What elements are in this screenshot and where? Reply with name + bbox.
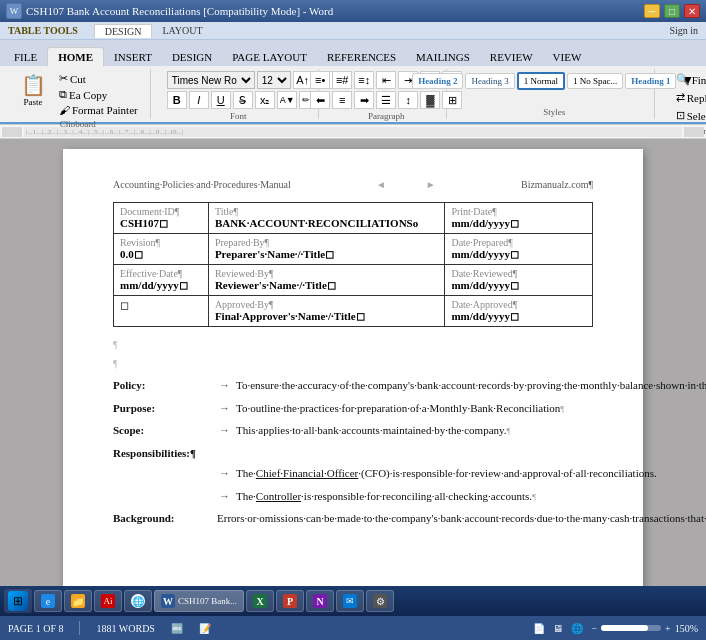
taskbar-chrome[interactable]: 🌐 [124,590,152,612]
cut-icon: ✂ [59,72,68,85]
preparedby-value: Preparer's·Name·/·Title◻ [215,248,439,261]
table-cell-effectivedate[interactable]: Effective·Date¶ mm/dd/yyyy◻ [114,265,209,296]
reviewedby-value: Reviewer's·Name·/·Title◻ [215,279,439,292]
pilcrow-1: ¶ [113,337,593,352]
status-right: 📄 🖥 🌐 − + 150% [533,623,698,634]
paste-button[interactable]: 📋 Paste [14,71,52,109]
zoom-out-button[interactable]: − [591,623,597,634]
ribbon-tabs: FILE HOME INSERT DESIGN PAGE LAYOUT REFE… [0,40,706,66]
close-button[interactable]: ✕ [684,4,700,18]
table-cell-empty[interactable]: ◻ [114,296,209,327]
table-cell-printdate[interactable]: Print·Date¶ mm/dd/yyyy◻ [445,203,593,234]
view-print-icon[interactable]: 📄 [533,623,545,634]
align-center-button[interactable]: ≡ [332,91,352,109]
view-full-icon[interactable]: 🖥 [553,623,563,634]
taskbar-onenote[interactable]: N [306,590,334,612]
line-spacing-button[interactable]: ↕ [398,91,418,109]
copy-button[interactable]: ⧉ Ea Copy [55,87,142,102]
table-cell-approvedby[interactable]: Approved·By¶ Final·Approver's·Name·/·Tit… [208,296,445,327]
tab-home[interactable]: HOME [47,47,104,66]
taskbar-word-label: CSH107 Bank... [178,596,237,606]
zoom-in-button[interactable]: + [665,623,671,634]
preparedby-label: Prepared·By¶ [215,237,439,248]
subscript-button[interactable]: x₂ [255,91,275,109]
taskbar-ie[interactable]: e [34,590,62,612]
taskbar-outlook[interactable]: ✉ [336,590,364,612]
strikethrough-button[interactable]: S̶ [233,91,253,109]
taskbar-excel[interactable]: X [246,590,274,612]
start-button[interactable]: ⊞ [4,589,32,613]
table-row-1: Document·ID¶ CSH107◻ Title¶ BANK·ACCOUNT… [114,203,593,234]
policy-label: Policy: [113,377,213,394]
status-bar: PAGE 1 OF 8 1881 WORDS 🔤 📝 📄 🖥 🌐 − + 150… [0,616,706,640]
multilevel-button[interactable]: ≡↕ [354,71,374,89]
table-tools-design-tab[interactable]: DESIGN [94,24,153,38]
shading-button[interactable]: ▓ [420,91,440,109]
tab-references[interactable]: REFERENCES [317,48,406,66]
ruler-margin-left [2,127,22,137]
maximize-button[interactable]: □ [664,4,680,18]
tab-view[interactable]: VIEW [543,48,592,66]
taskbar-adobe[interactable]: Ai [94,590,122,612]
ruler-margin-right [684,127,704,137]
table-cell-dateapproved[interactable]: Date·Approved¶ mm/dd/yyyy◻ [445,296,593,327]
responsibilities-label: Responsibilities:¶ [113,447,196,459]
style-heading3[interactable]: Heading 3 [465,73,514,89]
replace-label: Replace [687,92,706,104]
taskbar-word[interactable]: W CSH107 Bank... [154,590,244,612]
table-cell-preparedby[interactable]: Prepared·By¶ Preparer's·Name·/·Title◻ [208,234,445,265]
resp2-row: → The·Controller·is·responsible·for·reco… [113,488,593,505]
bold-button[interactable]: B [167,91,187,109]
scope-arrow: → [219,422,230,439]
excel-taskbar-icon: X [253,594,267,608]
style-no-spacing[interactable]: 1 No Spac... [567,73,623,89]
taskbar-other[interactable]: ⚙ [366,590,394,612]
format-painter-button[interactable]: 🖌 Format Painter [55,103,142,117]
tab-design[interactable]: DESIGN [162,48,222,66]
purpose-label: Purpose: [113,400,213,417]
cut-button[interactable]: ✂ Cut [55,71,142,86]
font-family-select[interactable]: Times New Ro [167,71,255,89]
underline-button[interactable]: U [211,91,231,109]
decrease-indent-button[interactable]: ⇤ [376,71,396,89]
numbering-button[interactable]: ≡# [332,71,352,89]
window-controls[interactable]: ─ □ ✕ [644,4,700,18]
style-normal[interactable]: 1 Normal [517,72,565,90]
tab-insert[interactable]: INSERT [104,48,162,66]
table-cell-docid[interactable]: Document·ID¶ CSH107◻ [114,203,209,234]
italic-button[interactable]: I [189,91,209,109]
resp1-text: The·Chief·Financial·Officer·(CFO)·is·res… [236,465,661,482]
align-right-button[interactable]: ➡ [354,91,374,109]
align-left-button[interactable]: ⬅ [310,91,330,109]
sign-in-button[interactable]: Sign in [669,25,698,36]
windows-icon: ⊞ [8,591,28,611]
taskbar-explorer[interactable]: 📁 [64,590,92,612]
tab-mailings[interactable]: MAILINGS [406,48,480,66]
select-button[interactable]: ⊡ Select [671,107,706,124]
copy-label: Ea Copy [69,89,107,101]
find-button[interactable]: 🔍 Find [671,71,706,88]
view-web-icon[interactable]: 🌐 [571,623,583,634]
ribbon: FILE HOME INSERT DESIGN PAGE LAYOUT REFE… [0,40,706,125]
table-cell-dateprepared[interactable]: Date·Prepared¶ mm/dd/yyyy◻ [445,234,593,265]
tab-review[interactable]: REVIEW [480,48,543,66]
justify-button[interactable]: ☰ [376,91,396,109]
table-cell-revision[interactable]: Revision¶ 0.0◻ [114,234,209,265]
table-tools-layout-tab[interactable]: LAYOUT [152,24,212,37]
resp2-spacer [113,488,213,505]
clipboard-small-buttons: ✂ Cut ⧉ Ea Copy 🖌 Format Painter [55,71,142,117]
table-cell-datereviewed[interactable]: Date·Reviewed¶ mm/dd/yyyy◻ [445,265,593,296]
font-color-button[interactable]: A▼ [277,91,297,109]
table-cell-title[interactable]: Title¶ BANK·ACCOUNT·RECONCILIATIONSo [208,203,445,234]
table-cell-reviewedby[interactable]: Reviewed·By¶ Reviewer's·Name·/·Title◻ [208,265,445,296]
minimize-button[interactable]: ─ [644,4,660,18]
taskbar-powerpoint[interactable]: P [276,590,304,612]
bullets-button[interactable]: ≡• [310,71,330,89]
zoom-control: − + 150% [591,623,698,634]
replace-button[interactable]: ⇄ Replace [671,89,706,106]
tab-file[interactable]: FILE [4,48,47,66]
doc-header-left: Accounting·Policies·and·Procedures·Manua… [113,179,291,190]
font-size-select[interactable]: 12 [257,71,291,89]
tab-page-layout[interactable]: PAGE LAYOUT [222,48,317,66]
style-heading2[interactable]: Heading 2 [412,73,463,89]
